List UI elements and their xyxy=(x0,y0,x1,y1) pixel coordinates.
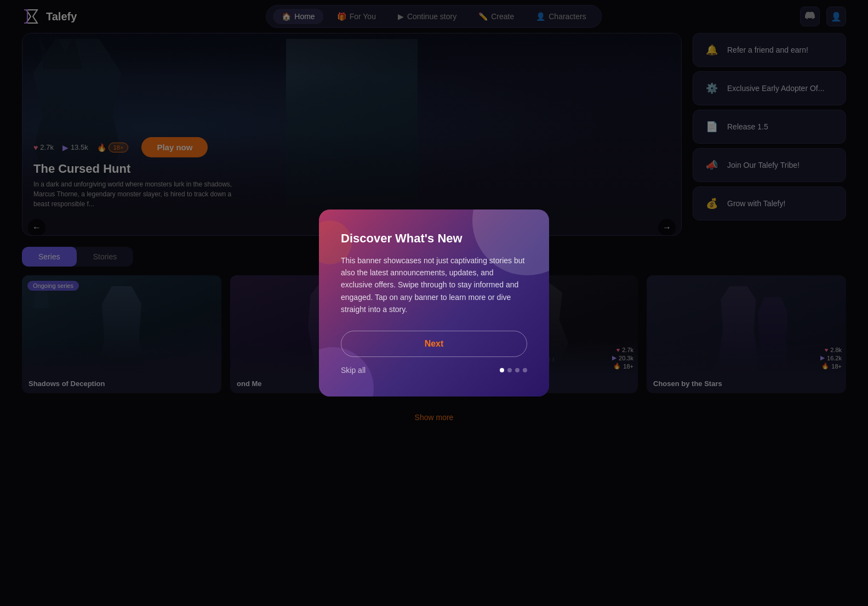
modal-dot-3 xyxy=(515,368,519,372)
discover-modal: Discover What's New This banner showcase… xyxy=(319,209,549,397)
modal-pagination-dots xyxy=(500,368,527,372)
modal-dot-4 xyxy=(523,368,527,372)
modal-dot-2 xyxy=(507,368,512,372)
modal-next-button[interactable]: Next xyxy=(341,331,527,357)
modal-content: Discover What's New This banner showcase… xyxy=(341,231,527,375)
modal-title: Discover What's New xyxy=(341,231,527,246)
modal-description: This banner showcases not just captivati… xyxy=(341,254,527,316)
modal-footer: Skip all xyxy=(341,366,527,375)
modal-dot-1 xyxy=(500,368,504,372)
modal-skip-button[interactable]: Skip all xyxy=(341,366,366,375)
modal-overlay[interactable]: Discover What's New This banner showcase… xyxy=(0,0,868,606)
